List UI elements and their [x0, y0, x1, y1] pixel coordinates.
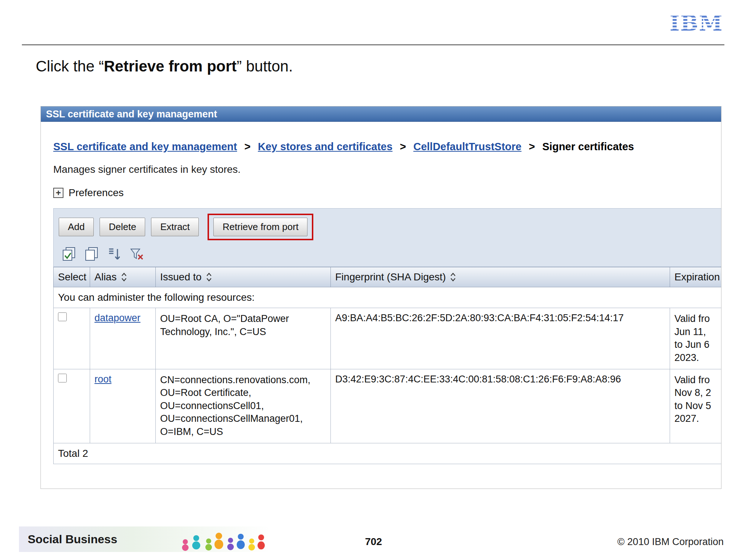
issued-to-cell: CN=connections.renovations.com, OU=Root … — [156, 369, 331, 443]
breadcrumb-ssl-cert-mgmt[interactable]: SSL certificate and key management — [53, 141, 237, 152]
total-label: Total 2 — [54, 443, 722, 464]
sort-icon[interactable] — [206, 272, 212, 282]
clear-filter-icon[interactable] — [129, 246, 145, 262]
table-row: datapower OU=Root CA, O="DataPower Techn… — [54, 308, 722, 369]
breadcrumb-separator: > — [244, 141, 251, 152]
breadcrumb-signer-certificates: Signer certificates — [542, 141, 634, 152]
slide-title-bold: Retrieve from port — [104, 58, 237, 75]
column-header-issued-to: Issued to — [156, 267, 331, 287]
sort-icon[interactable] — [121, 272, 127, 282]
admin-note-row: You can administer the following resourc… — [54, 287, 722, 308]
fingerprint-cell: A9:BA:A4:B5:BC:26:2F:5D:2A:80:93:CA:BA:F… — [331, 308, 670, 369]
column-header-alias: Alias — [90, 267, 156, 287]
preferences-label: Preferences — [69, 187, 124, 199]
issued-to-cell: OU=Root CA, O="DataPower Technology, Inc… — [156, 308, 331, 369]
admin-note: You can administer the following resourc… — [54, 287, 722, 308]
breadcrumb-separator: > — [529, 141, 535, 152]
delete-button[interactable]: Delete — [100, 218, 145, 236]
signer-certificates-table: Select Alias Issued to — [53, 267, 721, 464]
alias-link-datapower[interactable]: datapower — [94, 312, 140, 323]
expiration-cell: Valid fro Jun 11, to Jun 6 2023. — [670, 308, 722, 369]
column-header-select: Select — [54, 267, 90, 287]
column-header-fingerprint: Fingerprint (SHA Digest) — [331, 267, 670, 287]
extract-button[interactable]: Extract — [151, 218, 199, 236]
retrieve-from-port-button[interactable]: Retrieve from port — [213, 218, 307, 236]
slide-title-suffix: ” button. — [237, 58, 293, 75]
total-row: Total 2 — [54, 443, 722, 464]
page-description: Manages signer certificates in key store… — [53, 164, 721, 175]
show-filter-icon[interactable] — [106, 246, 122, 262]
alias-link-root[interactable]: root — [94, 374, 112, 385]
table-icon-row — [59, 246, 721, 262]
select-all-icon[interactable] — [61, 246, 77, 262]
deselect-all-icon[interactable] — [84, 246, 100, 262]
breadcrumb-cell-default-trust-store[interactable]: CellDefaultTrustStore — [413, 141, 522, 152]
highlight-box: Retrieve from port — [208, 214, 313, 240]
slide-title: Click the “Retrieve from port” button. — [36, 58, 293, 75]
column-header-expiration: Expiration — [670, 267, 722, 287]
ibm-logo: IBM — [669, 12, 724, 37]
button-row: Add Delete Extract Retrieve from port — [59, 214, 721, 240]
svg-text:IBM: IBM — [670, 12, 723, 36]
table-toolbar: Add Delete Extract Retrieve from port — [53, 208, 721, 267]
expiration-cell: Valid fro Nov 8, 2 to Nov 5 2027. — [670, 369, 722, 443]
add-button[interactable]: Add — [59, 218, 94, 236]
copyright: © 2010 IBM Corporation — [617, 536, 724, 548]
expand-icon[interactable]: + — [53, 188, 63, 198]
table-row: root CN=connections.renovations.com, OU=… — [54, 369, 722, 443]
row-select-checkbox[interactable] — [58, 312, 67, 321]
console-title-bar: SSL certificate and key management — [41, 106, 721, 122]
breadcrumb-separator: > — [400, 141, 406, 152]
row-select-checkbox[interactable] — [58, 374, 67, 382]
header-divider — [22, 44, 724, 45]
breadcrumb-key-stores[interactable]: Key stores and certificates — [258, 141, 392, 152]
slide-title-prefix: Click the “ — [36, 58, 104, 75]
breadcrumb: SSL certificate and key management > Key… — [53, 141, 721, 153]
admin-console-window: SSL certificate and key management SSL c… — [40, 106, 721, 489]
sort-icon[interactable] — [450, 272, 456, 282]
preferences-toggle[interactable]: + Preferences — [53, 187, 721, 199]
fingerprint-cell: D3:42:E9:3C:87:4C:EE:33:4C:00:81:58:08:C… — [331, 369, 670, 443]
table-header-row: Select Alias Issued to — [54, 267, 722, 287]
